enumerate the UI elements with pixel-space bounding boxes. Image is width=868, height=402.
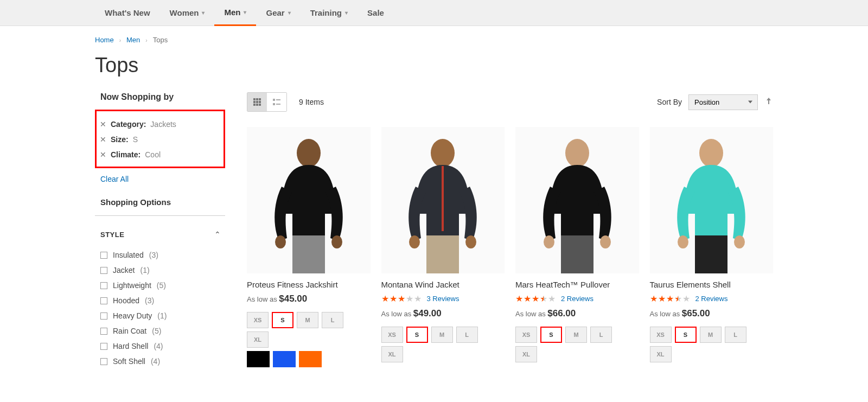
filter-option-count: (4) xyxy=(151,357,160,366)
nav-label: Sale xyxy=(367,8,384,17)
svg-rect-4 xyxy=(256,101,258,103)
size-swatch[interactable]: XS xyxy=(381,327,403,343)
product-name[interactable]: Proteus Fitness Jackshirt xyxy=(247,280,371,289)
chevron-right-icon: › xyxy=(119,37,121,43)
size-swatch[interactable]: XS xyxy=(247,312,269,328)
list-view-button[interactable] xyxy=(267,93,286,111)
product-price: $65.00 xyxy=(682,308,710,318)
filter-label: Category: xyxy=(111,120,146,129)
svg-point-14 xyxy=(275,235,286,248)
star-icon: ★ xyxy=(540,293,547,304)
breadcrumb-item[interactable]: Home xyxy=(95,36,114,44)
size-swatch[interactable]: XS xyxy=(515,327,537,343)
size-swatch[interactable]: M xyxy=(431,327,453,343)
svg-point-15 xyxy=(331,235,342,248)
size-swatch[interactable]: XL xyxy=(381,346,403,362)
svg-point-24 xyxy=(600,235,611,248)
size-swatch[interactable]: XS xyxy=(650,327,672,343)
size-swatch[interactable]: L xyxy=(725,327,746,343)
chevron-right-icon: › xyxy=(145,37,147,43)
product-name[interactable]: Taurus Elements Shell xyxy=(650,280,774,289)
product-image-placeholder xyxy=(531,132,623,273)
reviews-link[interactable]: 3 Reviews xyxy=(427,295,459,303)
product-image[interactable] xyxy=(650,127,774,273)
filter-option[interactable]: Insulated(3) xyxy=(100,247,225,263)
svg-point-19 xyxy=(409,235,420,248)
filter-value: S xyxy=(133,135,138,144)
size-swatch[interactable]: M xyxy=(297,312,318,328)
size-swatch[interactable]: S xyxy=(406,327,428,343)
color-swatch[interactable] xyxy=(299,351,322,367)
chevron-up-icon: ⌃ xyxy=(214,230,221,239)
size-swatch-row: XL xyxy=(515,346,639,362)
color-swatch[interactable] xyxy=(273,351,296,367)
filter-option[interactable]: Rain Coat(5) xyxy=(100,323,225,339)
product-name[interactable]: Montana Wind Jacket xyxy=(381,280,505,289)
filter-value: Cool xyxy=(145,150,161,159)
size-swatch[interactable]: M xyxy=(565,327,587,343)
checkbox-icon xyxy=(100,297,107,304)
filter-option[interactable]: Lightweight(5) xyxy=(100,278,225,293)
chevron-down-icon: ▾ xyxy=(244,9,246,15)
svg-point-28 xyxy=(734,235,745,248)
size-swatch[interactable]: XL xyxy=(650,346,672,362)
size-swatch[interactable]: L xyxy=(590,327,612,343)
nav-label: What's New xyxy=(105,8,150,17)
product-image-placeholder xyxy=(263,132,355,273)
filter-option-label: Insulated xyxy=(113,251,144,259)
price-row: As low as $45.00 xyxy=(247,293,371,304)
sort-by-select[interactable]: Position xyxy=(688,94,758,110)
product-listing: 9 Items Sort By Position xyxy=(247,92,773,371)
main-nav: What's NewWomen▾Men▾Gear▾Training▾Sale xyxy=(0,0,868,26)
toolbar: 9 Items Sort By Position xyxy=(247,92,773,112)
svg-point-17 xyxy=(431,139,455,167)
size-swatch-row: XL xyxy=(381,346,505,362)
remove-filter-icon[interactable]: ✕ xyxy=(100,136,106,143)
remove-filter-icon[interactable]: ✕ xyxy=(100,120,106,128)
product-image[interactable] xyxy=(381,127,505,273)
size-swatch-row: XL xyxy=(650,346,774,362)
star-icon: ★ xyxy=(532,293,539,304)
reviews-link[interactable]: 2 Reviews xyxy=(695,295,728,303)
size-swatch[interactable]: S xyxy=(675,327,697,343)
nav-item-women[interactable]: Women▾ xyxy=(160,0,215,25)
remove-filter-icon[interactable]: ✕ xyxy=(100,151,106,158)
filter-option[interactable]: Jacket(1) xyxy=(100,263,225,278)
filter-option[interactable]: Hard Shell(4) xyxy=(100,339,225,354)
svg-rect-25 xyxy=(561,235,593,273)
product-image[interactable] xyxy=(515,127,639,273)
reviews-link[interactable]: 2 Reviews xyxy=(561,295,593,303)
grid-view-button[interactable] xyxy=(247,93,267,111)
nav-item-training[interactable]: Training▾ xyxy=(301,0,358,25)
nav-item-gear[interactable]: Gear▾ xyxy=(256,0,300,25)
clear-all-link[interactable]: Clear All xyxy=(95,168,129,183)
filter-option[interactable]: Heavy Duty(1) xyxy=(100,308,225,323)
nav-item-men[interactable]: Men▾ xyxy=(214,0,256,26)
filter-option-count: (1) xyxy=(157,311,167,320)
size-swatch[interactable]: L xyxy=(322,312,343,328)
star-rating: ★★★★★ xyxy=(650,293,690,304)
svg-rect-5 xyxy=(259,101,261,103)
filter-group-style[interactable]: STYLE ⌃ xyxy=(95,224,225,245)
size-swatch[interactable]: L xyxy=(456,327,478,343)
size-swatch[interactable]: XL xyxy=(515,346,537,362)
grid-icon xyxy=(253,98,261,106)
product-image[interactable] xyxy=(247,127,371,273)
sort-direction-button[interactable] xyxy=(764,97,773,108)
size-swatch[interactable]: S xyxy=(540,327,562,343)
filter-option-label: Jacket xyxy=(113,266,135,275)
breadcrumb-item[interactable]: Men xyxy=(126,36,140,44)
nav-item-sale[interactable]: Sale xyxy=(358,0,394,25)
nav-item-what-s-new[interactable]: What's New xyxy=(95,0,160,25)
filter-option[interactable]: Hooded(3) xyxy=(100,293,225,308)
star-icon: ★ xyxy=(524,293,531,304)
price-row: As low as $65.00 xyxy=(650,308,774,319)
chevron-down-icon: ▾ xyxy=(288,10,291,16)
size-swatch[interactable]: M xyxy=(700,327,722,343)
filter-option-count: (3) xyxy=(145,296,154,305)
size-swatch[interactable]: XL xyxy=(247,331,269,348)
color-swatch[interactable] xyxy=(247,351,270,367)
product-name[interactable]: Mars HeatTech™ Pullover xyxy=(515,280,639,289)
filter-option[interactable]: Soft Shell(4) xyxy=(100,354,225,369)
size-swatch[interactable]: S xyxy=(272,312,293,328)
